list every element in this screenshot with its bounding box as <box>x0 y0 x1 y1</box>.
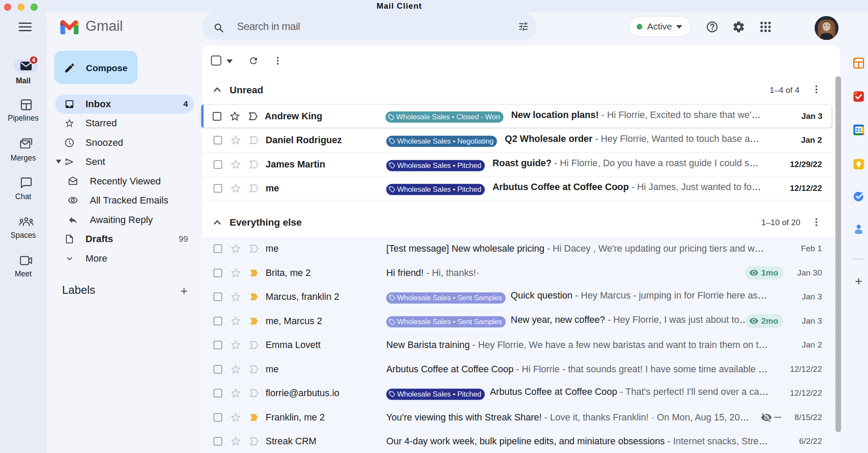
svg-text:31: 31 <box>855 127 861 133</box>
